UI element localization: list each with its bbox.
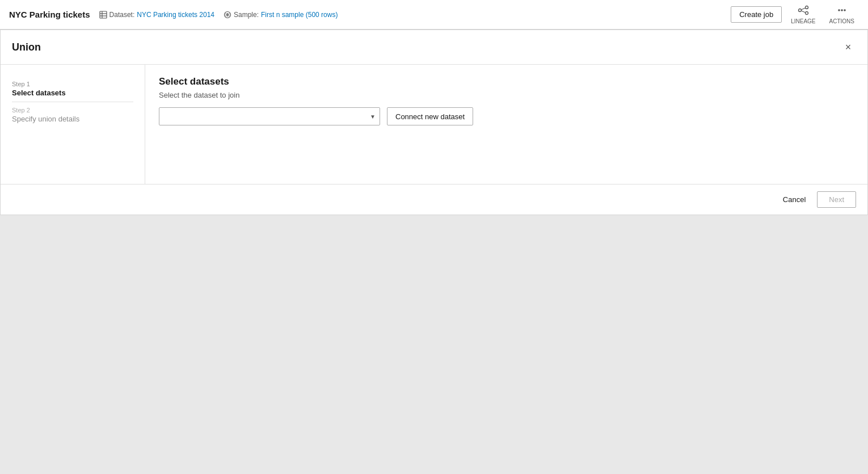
dialog-title: Union [12,41,41,53]
svg-point-15 [841,9,843,11]
lineage-label: LINEAGE [791,18,815,24]
dataset-select-wrapper: ▼ [159,107,380,125]
topbar-right: Create job LINEAGE AC [731,2,859,27]
sample-icon [224,11,231,19]
actions-label: ACTIONS [829,18,854,24]
sample-link[interactable]: First n sample (500 rows) [261,11,338,19]
step-2-item: Step 2 Specify union details [12,102,133,128]
svg-rect-0 [100,11,107,18]
step-2-name: Specify union details [12,115,133,123]
svg-point-16 [844,9,846,11]
dataset-link[interactable]: NYC Parking tickets 2014 [137,11,214,19]
dialog-header: Union × [1,30,867,65]
union-dialog: Union × Step 1 Select datasets Step 2 Sp… [0,30,868,215]
dialog-main-content: Select datasets Select the dataset to jo… [145,65,867,184]
content-title: Select datasets [159,76,854,87]
svg-line-13 [801,11,805,12]
step-2-label: Step 2 [12,107,133,114]
lineage-icon [798,5,809,17]
svg-point-14 [838,9,840,11]
dialog-body: Step 1 Select datasets Step 2 Specify un… [1,65,867,184]
connect-new-dataset-button[interactable]: Connect new dataset [387,107,473,125]
dataset-icon [99,11,107,19]
step-1-item: Step 1 Select datasets [12,76,133,102]
next-button[interactable]: Next [817,191,856,208]
dialog-footer: Cancel Next [1,184,867,215]
sample-meta: Sample: First n sample (500 rows) [224,11,338,19]
dataset-select[interactable] [159,107,380,125]
svg-point-10 [805,6,808,9]
step-1-label: Step 1 [12,81,133,87]
sample-label: Sample: [234,11,259,19]
actions-icon [836,5,848,17]
topbar-left: NYC Parking tickets Dataset: NYC Parking… [9,10,338,19]
step-1-name: Select datasets [12,89,133,97]
cancel-button[interactable]: Cancel [777,192,811,207]
topbar: NYC Parking tickets Dataset: NYC Parking… [0,0,868,30]
actions-button[interactable]: ACTIONS [825,2,859,27]
svg-point-11 [805,12,808,15]
dataset-form-row: ▼ Connect new dataset [159,107,854,125]
svg-point-9 [798,9,801,12]
svg-line-12 [801,8,805,10]
create-job-button[interactable]: Create job [731,6,782,23]
dataset-label: Dataset: [109,11,135,19]
content-subtitle: Select the dataset to join [159,91,854,99]
dataset-meta: Dataset: NYC Parking tickets 2014 [99,11,214,19]
steps-sidebar: Step 1 Select datasets Step 2 Specify un… [1,65,145,184]
close-button[interactable]: × [840,39,856,55]
app-title: NYC Parking tickets [9,10,90,19]
lineage-button[interactable]: LINEAGE [786,2,820,27]
